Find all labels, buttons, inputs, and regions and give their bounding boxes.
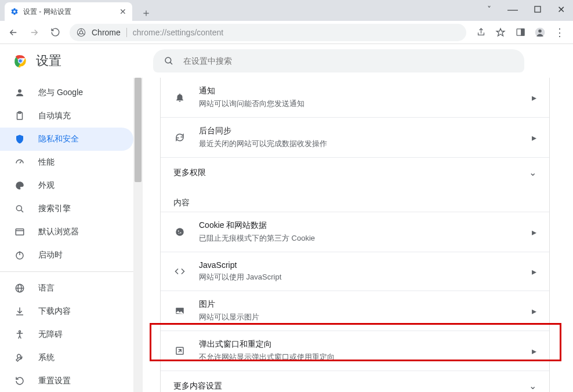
row-background-sync[interactable]: 后台同步 最近关闭的网站可以完成数据收发操作 ▸ [161,117,549,157]
section-content: 内容 [161,187,549,212]
side-panel-icon[interactable] [512,24,529,41]
sidebar-item-label: 语言 [38,283,55,293]
row-javascript[interactable]: JavaScript 网站可以使用 JavaScript ▸ [161,252,549,291]
speedometer-icon [14,157,26,168]
svg-point-30 [179,233,180,234]
settings-main: 通知 网站可以询问能否向您发送通知 ▸ 后台同步 最近关闭的网站可以完成数据收发… [146,44,573,392]
row-title: JavaScript [199,260,281,270]
address-bar[interactable]: Chrome chrome://settings/content [70,24,466,41]
palette-icon [14,180,26,191]
person-icon [14,88,26,98]
row-title: 弹出式窗口和重定向 [199,339,335,350]
chevron-right-icon: ▸ [532,92,536,103]
browser-titlebar: 设置 - 网站设置 ✕ ＋ ˅ — ✕ [0,0,573,21]
share-icon[interactable] [472,24,489,41]
row-notifications[interactable]: 通知 网站可以询问能否向您发送通知 ▸ [161,78,549,117]
sidebar-item-label: 系统 [38,353,55,363]
chrome-logo-icon [13,53,28,68]
row-title: 图片 [199,299,259,310]
sidebar-item-you-and-google[interactable]: 您与 Google [0,81,133,104]
minimize-icon[interactable]: — [507,3,518,16]
profile-icon[interactable] [531,24,549,41]
settings-sidebar: 您与 Google 自动填充 隐私和安全 性能 外观 搜索引擎 [0,78,133,392]
maximize-icon[interactable] [534,6,541,13]
code-icon [173,266,186,277]
sidebar-item-system[interactable]: 系统 [0,346,133,369]
row-title: 后台同步 [199,126,327,136]
sidebar-item-label: 您与 Google [38,88,83,98]
download-icon [14,306,26,317]
search-icon [14,204,26,214]
chevron-right-icon: ▸ [532,266,536,277]
svg-rect-0 [535,6,541,12]
sidebar-item-label: 默认浏览器 [38,227,79,237]
row-desc: 不允许网站显示弹出式窗口或使用重定向 [199,352,335,362]
sidebar-item-languages[interactable]: 语言 [0,277,133,300]
scrollbar-thumb[interactable] [135,78,142,182]
svg-point-13 [18,89,21,93]
new-tab-button[interactable]: ＋ [138,5,154,21]
sidebar-item-privacy[interactable]: 隐私和安全 [0,128,133,151]
sidebar-item-autofill[interactable]: 自动填充 [0,104,133,128]
svg-line-16 [20,161,21,164]
settings-search-input[interactable] [182,56,514,66]
shield-icon [14,134,26,144]
tab-title: 设置 - 网站设置 [23,7,71,17]
row-popups[interactable]: 弹出式窗口和重定向 不允许网站显示弹出式窗口或使用重定向 ▸ [161,331,549,371]
row-title: Cookie 和网站数据 [199,220,315,231]
accessibility-icon [14,329,26,340]
svg-point-28 [178,231,179,232]
sidebar-item-appearance[interactable]: 外观 [0,174,133,197]
svg-line-18 [21,210,23,212]
back-button[interactable] [5,24,22,41]
svg-line-12 [170,62,172,64]
popup-icon [173,346,186,356]
sidebar-item-search-engine[interactable]: 搜索引擎 [0,197,133,220]
sidebar-item-accessibility[interactable]: 无障碍 [0,323,133,346]
sidebar-item-downloads[interactable]: 下载内容 [0,300,133,323]
sidebar-item-label: 下载内容 [38,306,71,317]
chevron-right-icon: ▸ [532,306,536,317]
row-desc: 网站可以使用 JavaScript [199,272,281,282]
sidebar-item-label: 无障碍 [38,329,63,340]
sidebar-item-label: 搜索引擎 [38,204,71,214]
page-title: 设置 [36,52,61,70]
settings-search[interactable] [153,49,524,72]
chevron-down-icon[interactable]: ˅ [487,5,491,14]
svg-point-10 [19,59,23,63]
omnibox-product: Chrome [92,28,121,37]
chevron-down-icon: ⌄ [529,380,536,391]
row-images[interactable]: 图片 网站可以显示图片 ▸ [161,291,549,331]
row-title: 通知 [199,86,304,96]
svg-point-17 [16,205,21,210]
sidebar-item-label: 性能 [38,157,55,168]
row-more-permissions[interactable]: 更多权限 ⌄ [161,157,549,187]
forward-button[interactable] [26,24,43,41]
omnibox-url: chrome://settings/content [133,28,223,37]
close-icon[interactable]: ✕ [119,7,126,16]
row-cookies[interactable]: Cookie 和网站数据 已阻止无痕模式下的第三方 Cookie ▸ [161,212,549,252]
close-window-icon[interactable]: ✕ [557,4,565,15]
svg-point-7 [538,29,542,32]
chevron-right-icon: ▸ [532,346,536,357]
sidebar-item-reset[interactable]: 重置设置 [0,369,133,392]
sidebar-item-performance[interactable]: 性能 [0,151,133,174]
bookmark-icon[interactable] [492,24,509,41]
menu-icon[interactable]: ⋮ [551,24,568,41]
row-more-content[interactable]: 更多内容设置 ⌄ [161,371,549,392]
reload-button[interactable] [46,24,64,41]
sidebar-item-label: 自动填充 [38,111,71,121]
sync-icon [173,132,186,143]
restore-icon [14,376,26,386]
svg-point-27 [176,228,184,236]
browser-tab-active[interactable]: 设置 - 网站设置 ✕ [5,2,132,21]
bell-icon [173,92,186,103]
sidebar-item-default-browser[interactable]: 默认浏览器 [0,220,133,244]
sidebar-item-on-startup[interactable]: 启动时 [0,244,133,267]
sidebar-scrollbar[interactable] [133,78,143,392]
row-desc: 网站可以显示图片 [199,312,259,322]
chrome-icon [77,28,86,37]
svg-rect-5 [521,29,524,35]
svg-point-29 [180,233,182,234]
browser-toolbar: Chrome chrome://settings/content ⋮ [0,21,573,44]
